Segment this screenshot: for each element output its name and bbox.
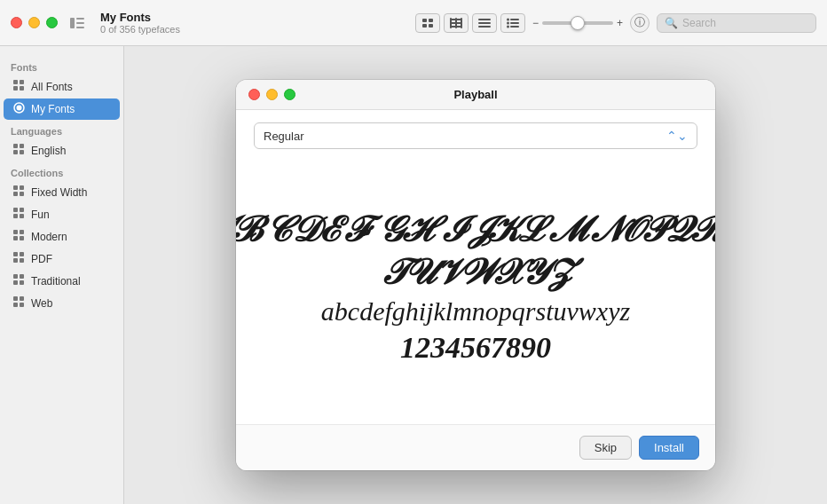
titlebar: My Fonts 0 of 356 typefaces (0, 0, 827, 46)
dialog-close-button[interactable] (248, 89, 260, 100)
svg-rect-23 (13, 80, 18, 84)
svg-rect-30 (20, 144, 24, 148)
svg-rect-15 (478, 22, 491, 24)
web-icon (12, 296, 25, 311)
font-selector-arrow-icon: ⌃⌄ (666, 129, 688, 143)
svg-rect-22 (510, 26, 519, 28)
sidebar-item-all-fonts[interactable]: All Fonts (4, 76, 120, 98)
svg-rect-32 (20, 150, 24, 154)
svg-rect-7 (429, 24, 433, 28)
skip-button[interactable]: Skip (579, 436, 632, 460)
sidebar-item-my-fonts[interactable]: My Fonts (4, 98, 120, 120)
content-area: Playball Regular ⌃⌄ 𝒜ℬ𝒞𝒟ℰℱ𝒢ℋℐ𝒥𝒦ℒℳ𝒩𝒪𝒫𝒬ℛ𝒮 … (124, 46, 827, 504)
view-preview-button[interactable] (415, 13, 440, 33)
font-style-selector[interactable]: Regular ⌃⌄ (254, 122, 697, 149)
search-box: 🔍 (657, 13, 816, 33)
dialog-titlebar: Playball (236, 80, 715, 110)
svg-rect-33 (13, 185, 18, 190)
svg-rect-42 (20, 230, 24, 234)
svg-rect-13 (461, 18, 462, 28)
svg-rect-6 (422, 24, 427, 28)
english-label: English (31, 145, 66, 157)
window-title: My Fonts (100, 11, 415, 24)
font-preview-area: 𝒜ℬ𝒞𝒟ℰℱ𝒢ℋℐ𝒥𝒦ℒℳ𝒩𝒪𝒫𝒬ℛ𝒮 𝒯𝒰𝒱𝒲𝒳𝒴𝒵 abcdefghijkl… (254, 167, 697, 410)
svg-rect-1 (76, 18, 84, 20)
dialog-maximize-button[interactable] (284, 89, 295, 100)
window-subtitle: 0 of 356 typefaces (100, 24, 415, 35)
sidebar-item-fun[interactable]: Fun (4, 204, 120, 225)
view-sample-button[interactable] (472, 13, 497, 33)
sidebar-toggle-button[interactable] (68, 14, 86, 32)
svg-rect-40 (20, 214, 24, 218)
collections-section-label: Collections (0, 162, 123, 181)
sidebar-item-traditional[interactable]: Traditional (4, 271, 120, 292)
view-grid-button[interactable] (444, 13, 469, 33)
svg-point-19 (507, 21, 509, 24)
svg-rect-0 (70, 18, 75, 28)
dialog-title: Playball (453, 88, 497, 101)
svg-rect-36 (20, 192, 24, 196)
svg-rect-5 (429, 19, 433, 22)
fixed-width-label: Fixed Width (31, 186, 87, 199)
svg-rect-24 (20, 80, 24, 84)
all-fonts-icon (12, 80, 25, 94)
dialog-body: Regular ⌃⌄ 𝒜ℬ𝒞𝒟ℰℱ𝒢ℋℐ𝒥𝒦ℒℳ𝒩𝒪𝒫𝒬ℛ𝒮 𝒯𝒰𝒱𝒲𝒳𝒴𝒵 a… (236, 110, 715, 424)
svg-point-17 (507, 18, 509, 20)
preview-line-uppercase-1: 𝒜ℬ𝒞𝒟ℰℱ𝒢ℋℐ𝒥𝒦ℒℳ𝒩𝒪𝒫𝒬ℛ𝒮 (236, 209, 715, 251)
svg-rect-2 (76, 22, 84, 24)
svg-rect-31 (13, 150, 18, 154)
fun-icon (12, 208, 25, 222)
svg-rect-39 (13, 214, 18, 218)
close-button[interactable] (11, 17, 22, 28)
sidebar-item-english[interactable]: English (4, 140, 120, 161)
svg-point-28 (16, 106, 21, 111)
svg-rect-51 (13, 280, 18, 285)
title-section: My Fonts 0 of 356 typefaces (100, 11, 415, 35)
my-fonts-label: My Fonts (31, 103, 75, 115)
font-style-label: Regular (264, 130, 666, 143)
svg-rect-16 (478, 26, 491, 28)
svg-rect-50 (20, 274, 24, 279)
svg-rect-46 (20, 252, 24, 256)
svg-rect-34 (20, 185, 24, 190)
fixed-width-icon (12, 185, 25, 200)
fonts-section-label: Fonts (0, 57, 123, 75)
info-button[interactable]: ⓘ (630, 13, 650, 33)
svg-rect-35 (13, 192, 18, 196)
svg-rect-25 (13, 86, 18, 91)
size-slider-container: − + (532, 17, 623, 29)
traditional-icon (12, 274, 25, 288)
svg-rect-49 (13, 274, 18, 279)
sidebar-item-pdf[interactable]: PDF (4, 248, 120, 270)
sidebar-item-modern[interactable]: Modern (4, 226, 120, 248)
web-label: Web (31, 297, 52, 310)
languages-section-label: Languages (0, 121, 123, 139)
slider-max-label: + (617, 17, 623, 29)
install-button[interactable]: Install (639, 436, 699, 460)
preview-line-uppercase-2: 𝒯𝒰𝒱𝒲𝒳𝒴𝒵 (382, 251, 570, 294)
my-fonts-icon (12, 102, 25, 116)
font-dialog: Playball Regular ⌃⌄ 𝒜ℬ𝒞𝒟ℰℱ𝒢ℋℐ𝒥𝒦ℒℳ𝒩𝒪𝒫𝒬ℛ𝒮 … (236, 80, 715, 470)
sidebar-item-fixed-width[interactable]: Fixed Width (4, 182, 120, 203)
dialog-minimize-button[interactable] (266, 89, 278, 100)
traditional-label: Traditional (31, 275, 81, 287)
preview-line-lowercase: abcdefghijklmnopqrstuvwxyz (321, 294, 630, 328)
svg-rect-12 (455, 18, 457, 28)
maximize-button[interactable] (46, 17, 58, 28)
toolbar-view-buttons (415, 13, 525, 33)
sidebar-item-web[interactable]: Web (4, 293, 120, 314)
svg-rect-26 (20, 86, 24, 91)
svg-rect-29 (13, 144, 18, 148)
english-icon (12, 144, 25, 158)
preview-line-numbers: 1234567890 (400, 328, 551, 367)
slider-min-label: − (532, 17, 539, 29)
minimize-button[interactable] (28, 17, 40, 28)
dialog-traffic-lights (248, 89, 295, 100)
svg-rect-55 (13, 303, 18, 307)
view-list-button[interactable] (500, 13, 525, 33)
size-slider[interactable] (542, 21, 613, 25)
search-input[interactable] (682, 17, 808, 29)
svg-rect-45 (13, 252, 18, 256)
svg-rect-53 (13, 296, 18, 301)
svg-rect-47 (13, 258, 18, 263)
